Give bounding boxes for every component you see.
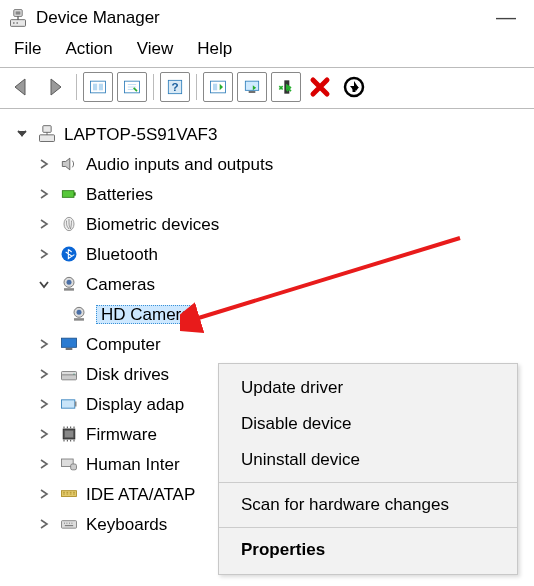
divider [219,482,517,483]
chevron-right-icon[interactable] [36,336,52,352]
svg-rect-23 [74,192,76,195]
separator [76,74,77,100]
tree-item-label: Biometric devices [86,216,219,233]
svg-rect-28 [64,288,74,291]
window-title: Device Manager [36,8,160,28]
tree-item-bluetooth[interactable]: Bluetooth [14,239,530,269]
tree-item-label: Computer [86,336,161,353]
battery-icon [58,183,80,205]
svg-rect-7 [99,84,103,91]
toolbar: ? [0,67,534,109]
tree-item-computer[interactable]: Computer [14,329,530,359]
firmware-icon [58,423,80,445]
chevron-right-icon[interactable] [36,486,52,502]
menu-bar: File Action View Help [0,33,534,67]
chevron-right-icon[interactable] [36,516,52,532]
toolbar-properties-button[interactable] [117,72,147,102]
tree-item-label: Bluetooth [86,246,158,263]
tree-item-biometric[interactable]: Biometric devices [14,209,530,239]
chevron-right-icon[interactable] [36,426,52,442]
chevron-down-icon[interactable] [36,276,52,292]
tree-item-label: Display adap [86,396,184,413]
svg-rect-38 [75,402,77,407]
chevron-right-icon[interactable] [36,246,52,262]
svg-point-3 [13,22,15,24]
toolbar-show-hidden-button[interactable] [83,72,113,102]
ide-icon [58,483,80,505]
toolbar-uninstall-button[interactable] [271,72,301,102]
svg-rect-13 [245,81,258,90]
menu-file[interactable]: File [14,39,41,59]
svg-rect-12 [213,84,217,91]
toolbar-enable-button[interactable] [339,72,369,102]
svg-rect-11 [211,81,226,93]
disk-icon [58,363,80,385]
tree-root-label: LAPTOP-5S91VAF3 [64,126,217,143]
context-menu-scan-hardware[interactable]: Scan for hardware changes [219,487,517,523]
keyboard-icon [58,513,80,535]
tree-item-label: HD Camera [96,305,196,324]
computer-icon [36,123,58,145]
camera-icon [68,303,90,325]
tree-item-label: IDE ATA/ATAP [86,486,195,503]
menu-view[interactable]: View [137,39,174,59]
context-menu[interactable]: Update driver Disable device Uninstall d… [218,363,518,575]
menu-action[interactable]: Action [65,39,112,59]
tree-item-cameras[interactable]: Cameras [14,269,530,299]
bluetooth-icon [58,243,80,265]
svg-rect-37 [62,400,75,408]
nav-forward-button[interactable] [40,72,70,102]
context-menu-properties[interactable]: Properties [219,532,517,568]
svg-rect-21 [40,135,55,142]
chevron-right-icon[interactable] [36,156,52,172]
context-menu-disable-device[interactable]: Disable device [219,406,517,442]
chevron-right-icon[interactable] [36,366,52,382]
svg-rect-31 [74,318,84,321]
toolbar-help-button[interactable]: ? [160,72,190,102]
tree-item-hd-camera[interactable]: HD Camera [14,299,530,329]
svg-rect-32 [62,338,77,347]
svg-rect-43 [62,491,77,497]
separator [196,74,197,100]
monitor-icon [58,333,80,355]
separator [153,74,154,100]
device-manager-icon [8,8,28,28]
chevron-right-icon[interactable] [36,456,52,472]
toolbar-update-driver-button[interactable] [237,72,267,102]
tree-item-label: Firmware [86,426,157,443]
chevron-down-icon[interactable] [14,126,30,142]
tree-item-label: Cameras [86,276,155,293]
tree-item-batteries[interactable]: Batteries [14,179,530,209]
toolbar-disable-button[interactable] [305,72,335,102]
chevron-right-icon[interactable] [36,186,52,202]
menu-help[interactable]: Help [197,39,232,59]
svg-rect-20 [43,126,51,133]
toolbar-scan-button[interactable] [203,72,233,102]
tree-item-label: Disk drives [86,366,169,383]
title-bar: Device Manager — [0,0,534,33]
context-menu-uninstall-device[interactable]: Uninstall device [219,442,517,478]
chevron-right-icon[interactable] [36,216,52,232]
svg-rect-36 [62,375,77,380]
tree-item-label: Human Inter [86,456,180,473]
divider [219,527,517,528]
nav-back-button[interactable] [6,72,36,102]
tree-item-label: Keyboards [86,516,167,533]
svg-rect-42 [71,464,77,470]
svg-point-30 [77,310,82,315]
svg-rect-5 [91,81,106,93]
svg-rect-33 [66,348,73,350]
tree-item-label: Audio inputs and outputs [86,156,273,173]
tree-root-node[interactable]: LAPTOP-5S91VAF3 [14,119,530,149]
svg-rect-14 [249,91,256,93]
tree-item-audio[interactable]: Audio inputs and outputs [14,149,530,179]
window-minimize-button[interactable]: — [486,6,526,29]
speaker-icon [58,153,80,175]
context-menu-update-driver[interactable]: Update driver [219,370,517,406]
chevron-right-icon[interactable] [36,396,52,412]
display-adapter-icon [58,393,80,415]
tree-item-label: Batteries [86,186,153,203]
svg-rect-44 [62,521,77,529]
svg-text:?: ? [171,80,178,93]
fingerprint-icon [58,213,80,235]
